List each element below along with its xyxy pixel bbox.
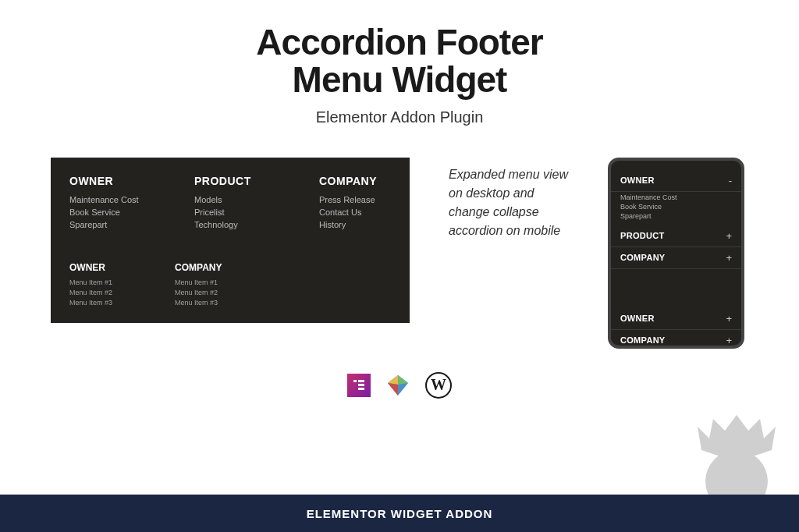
menu-item[interactable]: Menu Item #1 — [69, 278, 112, 286]
svg-marker-1 — [398, 375, 408, 385]
accordion-header-owner-2[interactable]: OWNER + — [611, 308, 741, 330]
minus-icon: - — [729, 175, 732, 186]
col-title: OWNER — [69, 262, 112, 273]
gem-icon — [385, 374, 411, 397]
menu-item[interactable]: Press Release — [319, 195, 413, 204]
footer-col-owner: OWNER Maintenance Cost Book Service Spar… — [69, 175, 163, 232]
footer-col-company-2: COMPANY Menu Item #1 Menu Item #2 Menu I… — [175, 262, 222, 309]
footer-col-company: COMPANY Press Release Contact Us History — [319, 175, 413, 232]
footer-col-product: PRODUCT Models Pricelist Technology — [194, 175, 288, 232]
desktop-preview-panel: OWNER Maintenance Cost Book Service Spar… — [51, 158, 410, 323]
menu-item[interactable]: Sparepart — [620, 212, 732, 220]
menu-item[interactable]: Menu Item #3 — [175, 299, 222, 307]
wordpress-icon: W — [425, 372, 452, 399]
page-title: Accordion Footer Menu Widget — [51, 23, 748, 99]
accordion-content: Maintenance Cost Book Service Sparepart — [611, 192, 741, 225]
platform-icons: W — [51, 372, 748, 399]
menu-item[interactable]: Menu Item #3 — [69, 299, 112, 307]
accordion-title: OWNER — [620, 314, 655, 323]
page-subtitle: Elementor Addon Plugin — [51, 108, 748, 126]
svg-marker-2 — [388, 375, 398, 385]
accordion-header-owner[interactable]: OWNER - — [611, 170, 741, 192]
plus-icon: + — [726, 313, 732, 325]
plus-icon: + — [726, 252, 732, 264]
bottom-bar: ELEMENTOR WIDGET ADDON — [0, 495, 799, 532]
plus-icon: + — [726, 230, 732, 242]
col-title: COMPANY — [319, 175, 413, 187]
menu-item[interactable]: Pricelist — [194, 207, 288, 217]
elementor-icon — [347, 374, 371, 397]
col-title: COMPANY — [175, 262, 222, 273]
menu-item[interactable]: Sparepart — [69, 220, 163, 229]
menu-item[interactable]: Maintenance Cost — [620, 193, 732, 201]
accordion-title: COMPANY — [620, 253, 666, 262]
menu-item[interactable]: Menu Item #1 — [175, 278, 222, 286]
footer-col-owner-2: OWNER Menu Item #1 Menu Item #2 Menu Ite… — [69, 262, 112, 309]
plus-icon: + — [726, 335, 732, 346]
menu-item[interactable]: Book Service — [620, 203, 732, 211]
bottom-bar-text: ELEMENTOR WIDGET ADDON — [307, 507, 493, 520]
col-title: OWNER — [69, 175, 163, 187]
accordion-header-company[interactable]: COMPANY + — [611, 247, 741, 269]
accordion-title: COMPANY — [620, 335, 666, 345]
svg-marker-3 — [388, 383, 398, 395]
accordion-header-product[interactable]: PRODUCT + — [611, 225, 741, 247]
menu-item[interactable]: History — [319, 220, 413, 229]
mobile-preview-panel: OWNER - Maintenance Cost Book Service Sp… — [608, 158, 744, 349]
menu-item[interactable]: Contact Us — [319, 207, 413, 217]
menu-item[interactable]: Book Service — [69, 207, 163, 217]
accordion-title: OWNER — [620, 176, 655, 185]
menu-item[interactable]: Menu Item #2 — [175, 289, 222, 296]
accordion-header-company-2[interactable]: COMPANY + — [611, 330, 741, 351]
description-text: Expanded menu view on desktop and change… — [449, 165, 574, 240]
col-title: PRODUCT — [194, 175, 288, 187]
menu-item[interactable]: Technology — [194, 220, 288, 229]
menu-item[interactable]: Models — [194, 195, 288, 204]
accordion-title: PRODUCT — [620, 231, 665, 240]
menu-item[interactable]: Maintenance Cost — [69, 195, 163, 204]
menu-item[interactable]: Menu Item #2 — [69, 289, 112, 296]
